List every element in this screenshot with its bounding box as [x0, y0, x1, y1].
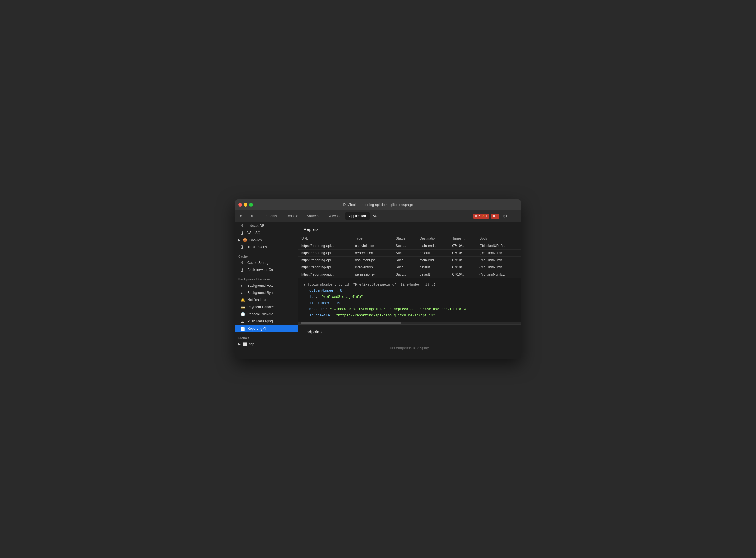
field-value-message: "'window.webkitStorageInfo' is deprecate… — [330, 307, 466, 311]
cell-body: {"columnNumb... — [476, 256, 521, 263]
tab-sources[interactable]: Sources — [303, 212, 323, 220]
field-colon: : — [326, 307, 330, 311]
report-icon: 📄 — [241, 327, 245, 331]
horizontal-scrollbar[interactable] — [298, 322, 521, 325]
cell-timestamp: 07/10/... — [449, 249, 476, 256]
reports-title: Reports — [298, 222, 521, 235]
field-key-message: message — [309, 307, 324, 311]
sidebar-item-back-forward[interactable]: 🗄 Back-forward Ca — [235, 267, 297, 274]
sidebar-item-notifications[interactable]: 🔔 Notifications — [235, 297, 297, 304]
minimize-button[interactable] — [244, 203, 247, 207]
cell-url: https://reporting-api... — [298, 271, 352, 278]
cell-status: Succ... — [392, 256, 416, 263]
expand-arrow-icon: ▶ — [238, 343, 241, 346]
tab-network[interactable]: Network — [324, 212, 344, 220]
endpoints-empty-message: No endpoints to display — [298, 337, 521, 359]
maximize-button[interactable] — [249, 203, 253, 207]
tab-elements[interactable]: Elements — [259, 212, 281, 220]
cell-url: https://reporting-api... — [298, 263, 352, 271]
col-url: URL — [298, 235, 352, 243]
table-row[interactable]: https://reporting-api... permissions-...… — [298, 271, 521, 278]
info-icon: ✕ — [492, 214, 495, 218]
field-key-linenumber: lineNumber — [309, 301, 330, 305]
expand-icon: ▼ — [303, 283, 308, 287]
detail-field-linenumber: lineNumber : 19 — [303, 301, 515, 307]
field-key-sourcefile: sourceFile — [309, 314, 330, 318]
cell-type: intervention — [352, 263, 392, 271]
detail-panel: ▼ {columnNumber: 8, id: "PrefixedStorage… — [298, 278, 521, 323]
sidebar-item-cookies[interactable]: ▶ 🍪 Cookies — [235, 237, 297, 244]
col-timestamp: Timest... — [449, 235, 476, 243]
warning-icon: ⚠ — [482, 214, 485, 218]
settings-button[interactable]: ⚙ — [501, 212, 509, 220]
detail-field-message: message : "'window.webkitStorageInfo' is… — [303, 306, 515, 313]
cell-destination: main-end... — [416, 256, 449, 263]
sidebar-item-websql[interactable]: 🗄 Web SQL — [235, 229, 297, 237]
sidebar-item-indexeddb[interactable]: 🗄 IndexedDB — [235, 222, 297, 229]
sidebar-item-periodic-bg[interactable]: 🕐 Periodic Backgro — [235, 311, 297, 318]
table-row[interactable]: https://reporting-api... csp-violation S… — [298, 242, 521, 249]
error-badge[interactable]: ✕ 2 ⚠ 1 — [473, 214, 489, 219]
warning-count: 1 — [486, 214, 487, 218]
database-icon: 🗄 — [241, 224, 245, 228]
cloud-icon: ☁ — [241, 319, 245, 324]
sidebar-item-reporting-api[interactable]: 📄 Reporting API — [235, 325, 297, 332]
detail-field-sourcefile: sourceFile : "https://reporting-api-demo… — [303, 313, 515, 319]
tab-console[interactable]: Console — [282, 212, 302, 220]
device-toggle-button[interactable] — [246, 212, 255, 220]
sidebar-item-trust-tokens[interactable]: 🗄 Trust Tokens — [235, 244, 297, 251]
sidebar-item-bg-sync[interactable]: ↻ Background Sync — [235, 289, 297, 297]
col-type: Type — [352, 235, 392, 243]
field-key-columnnumber: columnNumber — [309, 289, 334, 293]
table-row[interactable]: https://reporting-api... intervention Su… — [298, 263, 521, 271]
token-icon: 🗄 — [241, 245, 245, 249]
cell-body: {"columnNumb... — [476, 271, 521, 278]
sidebar-item-cache-storage[interactable]: 🗄 Cache Storage — [235, 259, 297, 267]
table-row[interactable]: https://reporting-api... document-po... … — [298, 256, 521, 263]
cell-body: {"columnNumb... — [476, 249, 521, 256]
clock-icon: 🕐 — [241, 312, 245, 316]
cell-timestamp: 07/10/... — [449, 242, 476, 249]
field-value-sourcefile: "https://reporting-api-demo.glitch.me/sc… — [336, 314, 435, 318]
cell-type: csp-violation — [352, 242, 392, 249]
content-area: Reports URL Type Status Destination Time… — [298, 222, 521, 359]
frames-section-label: Frames — [235, 332, 297, 341]
cell-status: Succ... — [392, 263, 416, 271]
close-button[interactable] — [238, 203, 242, 207]
cell-status: Succ... — [392, 242, 416, 249]
fetch-icon: ↕ — [241, 284, 245, 288]
sidebar: 🗄 IndexedDB 🗄 Web SQL ▶ 🍪 Cookies 🗄 Trus… — [235, 222, 298, 359]
toolbar-separator — [257, 213, 257, 219]
field-key-id: id — [309, 295, 313, 299]
info-badge[interactable]: ✕ 1 — [491, 214, 499, 219]
scrollbar-thumb[interactable] — [301, 322, 401, 325]
cookie-icon: 🍪 — [243, 238, 247, 242]
cell-body: {"blockedURL":... — [476, 242, 521, 249]
field-colon: : — [336, 289, 340, 293]
cell-status: Succ... — [392, 249, 416, 256]
toolbar-right: ✕ 2 ⚠ 1 ✕ 1 ⚙ ⋮ — [473, 212, 519, 220]
sidebar-item-push[interactable]: ☁ Push Messaging — [235, 318, 297, 325]
error-count: 2 — [478, 214, 480, 218]
sidebar-item-frames-top[interactable]: ▶ ⬜ top — [235, 341, 297, 348]
field-colon: : — [332, 314, 336, 318]
devtools-window: DevTools - reporting-api-demo.glitch.me/… — [235, 199, 521, 359]
more-tabs-button[interactable]: ≫ — [370, 212, 379, 220]
more-options-button[interactable]: ⋮ — [511, 212, 519, 220]
detail-summary-line[interactable]: ▼ {columnNumber: 8, id: "PrefixedStorage… — [303, 282, 515, 288]
tab-application[interactable]: Application — [345, 212, 370, 220]
cell-status: Succ... — [392, 271, 416, 278]
select-tool-button[interactable] — [237, 212, 246, 220]
col-destination: Destination — [416, 235, 449, 243]
cell-destination: main-end... — [416, 242, 449, 249]
bg-section-label: Background Services — [235, 274, 297, 282]
cache-icon: 🗄 — [241, 268, 245, 272]
detail-field-columnnumber: columnNumber : 8 — [303, 288, 515, 294]
sidebar-item-bg-fetch[interactable]: ↕ Background Fetc — [235, 282, 297, 289]
sync-icon: ↻ — [241, 291, 245, 295]
titlebar: DevTools - reporting-api-demo.glitch.me/… — [235, 199, 521, 210]
cell-destination: default — [416, 263, 449, 271]
database-icon: 🗄 — [241, 231, 245, 235]
sidebar-item-payment[interactable]: 💳 Payment Handler — [235, 304, 297, 311]
table-row[interactable]: https://reporting-api... deprecation Suc… — [298, 249, 521, 256]
